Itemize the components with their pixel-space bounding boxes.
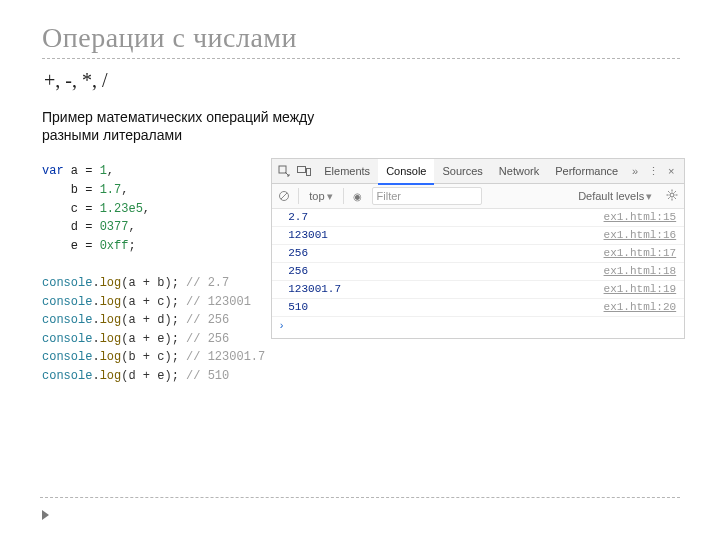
device-icon[interactable]: [296, 163, 312, 179]
devtools-tabbar: Elements Console Sources Network Perform…: [272, 159, 684, 184]
console-source-link[interactable]: ex1.html:18: [604, 264, 677, 279]
tab-elements[interactable]: Elements: [316, 159, 378, 183]
more-tabs-icon[interactable]: »: [626, 165, 644, 177]
console-source-link[interactable]: ex1.html:19: [604, 282, 677, 297]
tab-performance[interactable]: Performance: [547, 159, 626, 183]
kebab-menu-icon[interactable]: ⋮: [644, 165, 662, 178]
code-block: var a = 1, b = 1.7, c = 1.23e5, d = 0377…: [42, 158, 265, 385]
svg-point-5: [670, 193, 674, 197]
live-expression-icon[interactable]: ◉: [350, 188, 366, 204]
svg-rect-2: [307, 169, 311, 176]
console-line: 123001.7 ex1.html:19: [272, 281, 684, 299]
footer-rule: [40, 497, 680, 498]
svg-line-12: [668, 198, 669, 199]
svg-rect-0: [279, 166, 286, 173]
console-line: 256 ex1.html:17: [272, 245, 684, 263]
console-source-link[interactable]: ex1.html:15: [604, 210, 677, 225]
page-title: Операции с числами: [42, 22, 680, 54]
filter-input[interactable]: Filter: [372, 187, 482, 205]
console-value: 123001: [288, 228, 328, 243]
console-line: 2.7 ex1.html:15: [272, 209, 684, 227]
console-value: 510: [288, 300, 308, 315]
log-levels-selector[interactable]: Default levels: [578, 190, 652, 203]
subtitle: Пример математических операций между раз…: [42, 108, 372, 144]
console-line: 123001 ex1.html:16: [272, 227, 684, 245]
tab-sources[interactable]: Sources: [434, 159, 490, 183]
svg-line-13: [675, 192, 676, 193]
operators-line: +, -, *, /: [44, 69, 680, 92]
console-prompt[interactable]: ›: [272, 317, 684, 338]
tab-console[interactable]: Console: [378, 159, 434, 185]
console-value: 256: [288, 264, 308, 279]
console-line: 510 ex1.html:20: [272, 299, 684, 317]
svg-rect-1: [298, 167, 306, 173]
inspect-icon[interactable]: [276, 163, 292, 179]
keyword-var: var: [42, 164, 64, 178]
console-output: 2.7 ex1.html:15 123001 ex1.html:16 256 e…: [272, 209, 684, 338]
slide: Операции с числами +, -, *, / Пример мат…: [0, 0, 720, 540]
svg-line-4: [281, 193, 287, 199]
footer-marker-icon: [42, 510, 49, 520]
context-selector[interactable]: top: [305, 190, 336, 203]
svg-line-11: [675, 198, 676, 199]
svg-line-10: [668, 192, 669, 193]
console-value: 123001.7: [288, 282, 341, 297]
devtools-panel: Elements Console Sources Network Perform…: [271, 158, 685, 339]
tab-network[interactable]: Network: [491, 159, 547, 183]
content-row: var a = 1, b = 1.7, c = 1.23e5, d = 0377…: [42, 158, 680, 385]
clear-console-icon[interactable]: [276, 188, 292, 204]
close-icon[interactable]: ×: [662, 165, 680, 177]
title-rule: [42, 58, 680, 59]
console-toolbar: top ◉ Filter Default levels: [272, 184, 684, 209]
console-value: 256: [288, 246, 308, 261]
console-source-link[interactable]: ex1.html:17: [604, 246, 677, 261]
console-value: 2.7: [288, 210, 308, 225]
console-source-link[interactable]: ex1.html:16: [604, 228, 677, 243]
console-source-link[interactable]: ex1.html:20: [604, 300, 677, 315]
console-line: 256 ex1.html:18: [272, 263, 684, 281]
gear-icon[interactable]: [664, 189, 680, 203]
